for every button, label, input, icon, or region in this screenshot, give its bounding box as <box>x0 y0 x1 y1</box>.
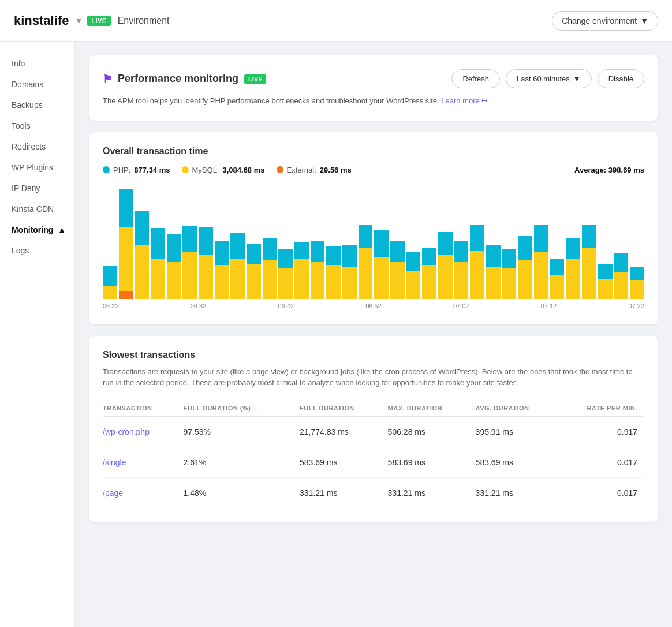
time-label-3: 06:52 <box>365 303 382 309</box>
cell-rate-per-min: 0.017 <box>562 447 644 477</box>
bar-mysql <box>199 255 213 299</box>
cell-rate-per-min: 0.017 <box>562 477 644 508</box>
sidebar-item-logs[interactable]: Logs <box>0 240 74 261</box>
bar-group <box>151 184 165 299</box>
external-dot <box>277 166 283 173</box>
bar-mysql <box>598 279 613 299</box>
bar-mysql <box>311 262 325 299</box>
bar-php <box>263 238 277 260</box>
bar-mysql <box>215 265 229 299</box>
bar-php <box>550 259 565 275</box>
refresh-button[interactable]: Refresh <box>451 69 500 88</box>
bar-php <box>278 249 293 268</box>
bar-php <box>103 266 117 286</box>
cell-avg-duration: 395.91 ms <box>476 416 562 447</box>
sidebar: Info Domains Backups Tools Redirects WP … <box>0 42 75 627</box>
chart-legend: PHP: 877.34 ms MySQL: 3,084.68 ms Extern… <box>103 166 644 174</box>
bar-group <box>359 184 373 299</box>
bar-mysql <box>438 255 453 299</box>
table-header: TRANSACTION FULL DURATION (%) ↓ FULL DUR… <box>103 400 644 417</box>
bar-group <box>342 184 357 299</box>
sidebar-item-domains[interactable]: Domains <box>0 74 74 95</box>
bar-group <box>630 184 644 299</box>
bar-group <box>230 184 245 299</box>
col-avg-duration: AVG. DURATION <box>476 400 562 417</box>
col-full-duration-pct: FULL DURATION (%) ↓ <box>184 400 300 417</box>
bar-mysql <box>422 265 436 299</box>
time-label-5: 07:12 <box>541 303 557 309</box>
legend-php: PHP: 877.34 ms <box>103 166 170 174</box>
bar-group <box>247 184 261 299</box>
time-range-button[interactable]: Last 60 minutes ▼ <box>506 69 592 88</box>
bar-group <box>614 184 629 299</box>
col-max-duration: MAX. DURATION <box>388 400 476 417</box>
bar-mysql <box>470 251 484 299</box>
disable-button[interactable]: Disable <box>598 69 644 88</box>
sidebar-item-wp-plugins[interactable]: WP Plugins <box>0 157 74 178</box>
bar-group <box>263 184 277 299</box>
bar-mysql <box>518 260 532 299</box>
bar-group <box>103 184 117 299</box>
transaction-link[interactable]: /page <box>103 488 123 498</box>
bar-group <box>486 184 501 299</box>
bar-mysql <box>374 257 389 299</box>
time-label-0: 06:22 <box>103 303 119 309</box>
bar-group <box>199 184 213 299</box>
sidebar-item-tools[interactable]: Tools <box>0 115 74 136</box>
bar-group <box>518 184 532 299</box>
sidebar-item-backups[interactable]: Backups <box>0 95 74 115</box>
sidebar-item-monitoring[interactable]: Monitoring ▲ <box>0 219 74 240</box>
bar-php <box>406 252 421 271</box>
bar-php <box>566 238 580 259</box>
logo-chevron-icon[interactable]: ▼ <box>74 16 83 25</box>
change-env-label: Change environment <box>562 16 637 25</box>
bar-group <box>406 184 421 299</box>
bar-ext <box>119 291 133 299</box>
slowest-description: Transactions are requests to your site (… <box>103 366 644 389</box>
cell-max-duration: 331.21 ms <box>388 477 476 508</box>
table-row: /wp-cron.php97.53%21,774.83 ms506.28 ms3… <box>103 416 644 447</box>
bar-mysql <box>182 252 197 299</box>
bar-group <box>454 184 469 299</box>
bar-php <box>422 248 436 265</box>
cell-avg-duration: 583.69 ms <box>476 447 562 477</box>
change-environment-button[interactable]: Change environment ▼ <box>552 11 658 31</box>
bar-mysql <box>406 271 421 299</box>
transaction-link[interactable]: /wp-cron.php <box>103 427 150 436</box>
time-range-label: Last 60 minutes <box>517 74 570 83</box>
sidebar-item-redirects[interactable]: Redirects <box>0 136 74 157</box>
bar-php <box>470 225 484 251</box>
sidebar-item-info[interactable]: Info <box>0 53 74 74</box>
table-row: /single2.61%583.69 ms583.69 ms583.69 ms0… <box>103 447 644 477</box>
bar-php <box>199 227 213 255</box>
cell-transaction: /wp-cron.php <box>103 416 184 447</box>
bar-php <box>438 232 453 255</box>
bar-group <box>167 184 181 299</box>
bar-mysql <box>103 286 117 299</box>
php-label: PHP: <box>113 166 130 174</box>
time-label-2: 06:42 <box>278 303 294 309</box>
time-label-1: 06:32 <box>191 303 207 309</box>
bar-group <box>438 184 453 299</box>
cell-full-duration: 331.21 ms <box>300 477 388 508</box>
bar-php <box>247 244 261 264</box>
cell-full-duration-pct: 1.48% <box>184 477 300 508</box>
bar-mysql <box>167 262 181 299</box>
transaction-link[interactable]: /single <box>103 458 126 467</box>
learn-more-link[interactable]: Learn more ↦ <box>441 96 488 105</box>
bar-php <box>486 245 501 267</box>
bar-group <box>311 184 325 299</box>
sidebar-item-kinsta-cdn[interactable]: Kinsta CDN <box>0 199 74 219</box>
legend-external: External: 29.56 ms <box>277 166 352 174</box>
sidebar-item-ip-deny[interactable]: IP Deny <box>0 178 74 199</box>
time-label-4: 07:02 <box>453 303 469 309</box>
bar-php <box>230 233 245 259</box>
col-rate-per-min: RATE PER MIN. <box>562 400 644 417</box>
logo: kinstalife <box>14 13 69 28</box>
bar-mysql <box>582 248 596 299</box>
cell-rate-per-min: 0.917 <box>562 416 644 447</box>
bar-group <box>566 184 580 299</box>
chevron-down-icon: ▼ <box>640 16 648 25</box>
cell-full-duration-pct: 2.61% <box>184 447 300 477</box>
bar-php <box>311 241 325 262</box>
